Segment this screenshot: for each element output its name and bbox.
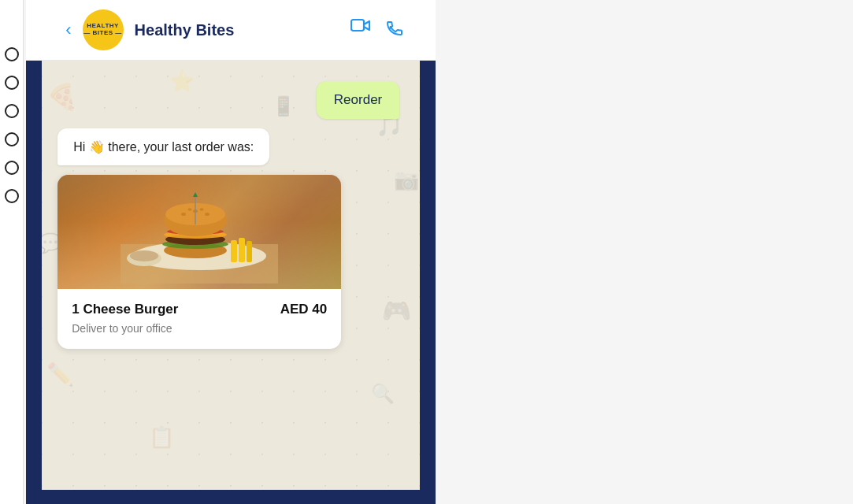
chat-header: ‹ HEALTHY— BITES — Healthy Bites: [26, 0, 436, 61]
product-card[interactable]: 1 Cheese Burger AED 40 Deliver to your o…: [57, 175, 341, 349]
phone-container: ‹ HEALTHY— BITES — Healthy Bites: [24, 0, 439, 504]
header-icons: [350, 18, 404, 42]
svg-point-19: [200, 208, 204, 211]
sidebar-dot: [5, 76, 19, 90]
chat-messages: Reorder Hi 👋 there, your last order was:: [26, 61, 436, 490]
greeting-text: Hi 👋 there, your last order was:: [73, 140, 254, 154]
sidebar-dot: [5, 132, 19, 146]
sidebar-dot: [5, 161, 19, 175]
product-name: 1 Cheese Burger: [72, 302, 178, 317]
sent-message-reorder: Reorder: [317, 81, 399, 119]
product-price: AED 40: [280, 302, 328, 317]
brand-logo-text: HEALTHY— BITES —: [83, 23, 122, 37]
product-info: 1 Cheese Burger AED 40 Deliver to your o…: [57, 289, 341, 349]
video-call-icon[interactable]: [350, 18, 371, 42]
product-details-row: 1 Cheese Burger AED 40: [72, 302, 327, 317]
phone-icon[interactable]: [385, 18, 404, 42]
svg-point-18: [188, 208, 192, 211]
svg-rect-7: [247, 241, 252, 262]
reorder-text: Reorder: [334, 92, 382, 107]
chat-body: 🍕 ⭐ 📱 🎵 📷 💬 🎮 ✏️ 🔍 📋 Reorder: [26, 61, 436, 490]
svg-point-4: [130, 250, 158, 261]
main-content: ‹ HEALTHY— BITES — Healthy Bites: [24, 0, 853, 504]
svg-marker-21: [193, 192, 198, 197]
svg-rect-5: [231, 240, 237, 262]
svg-rect-0: [351, 20, 364, 31]
sidebar-dot: [5, 189, 19, 203]
brand-name: Healthy Bites: [135, 21, 340, 39]
left-sidebar: [0, 0, 24, 504]
right-space: [439, 0, 854, 504]
received-message-greeting: Hi 👋 there, your last order was:: [57, 128, 269, 165]
sidebar-dot: [5, 47, 19, 61]
sidebar-dot: [5, 104, 19, 118]
brand-logo: HEALTHY— BITES —: [83, 9, 124, 50]
burger-visual: [57, 175, 341, 289]
svg-point-15: [181, 213, 186, 216]
svg-rect-6: [239, 238, 245, 262]
bottom-bar: [26, 490, 436, 504]
back-button[interactable]: ‹: [65, 20, 71, 40]
delivery-info: Deliver to your office: [72, 322, 327, 335]
chat-frame: ‹ HEALTHY— BITES — Healthy Bites: [26, 0, 436, 504]
svg-point-17: [205, 213, 210, 216]
product-image: [57, 175, 341, 289]
